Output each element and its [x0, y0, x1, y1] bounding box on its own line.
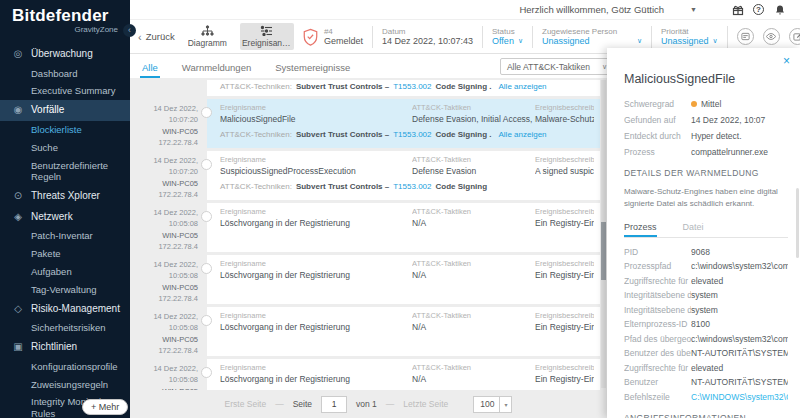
priority-dropdown[interactable]: Priorität Unassigned∨	[661, 27, 718, 46]
page-number-input[interactable]	[321, 396, 347, 413]
sidebar-item-dashboard[interactable]: Dashboard	[0, 65, 130, 83]
row-checkbox[interactable]	[201, 263, 212, 274]
access-rights-field: Zugriffsrechte für ...elevated	[624, 276, 788, 286]
tab-warnmeldungen[interactable]: Warnmeldungen	[180, 62, 253, 78]
sidebar-item-patch-inventar[interactable]: Patch-Inventar	[0, 227, 130, 245]
command-line-link[interactable]: C:\WINDOWS\system32\Compa...	[691, 392, 788, 402]
sidebar-item-risiko-management[interactable]: ◇Risiko-Management	[0, 299, 130, 320]
sidebar-item-blockierliste[interactable]: Blockierliste	[0, 121, 130, 139]
event-card[interactable]: EreignisnameLöschvorgang in der Registri…	[207, 359, 600, 390]
techniques-line: ATT&CK-Techniken:Subvert Trust Controls …	[207, 80, 600, 96]
sidebar-item-vorfaelle[interactable]: ◉Vorfälle	[0, 100, 130, 121]
row-ip: 172.22.78.4	[130, 137, 198, 148]
sidebar-item-ueberwachung[interactable]: ◎Überwachung	[0, 44, 130, 65]
process-path-field: Prozesspfadc:\windows\system32\compattel…	[624, 261, 788, 271]
show-all-link[interactable]: Alle anzeigen	[499, 130, 547, 139]
technique-link[interactable]: T1553.002	[393, 182, 431, 191]
row-ip: 172.22.78.4	[130, 241, 198, 252]
eye-button[interactable]	[763, 28, 780, 45]
event-card[interactable]: EreignisnameSuspiciousSignedProcessExecu…	[207, 151, 600, 200]
more-button[interactable]: + Mehr	[82, 399, 128, 415]
event-name: MaliciousSignedFile	[220, 114, 412, 124]
chevron-down-icon: ∨	[637, 37, 642, 45]
sidebar-item-richtlinien[interactable]: ▣Richtlinien	[0, 337, 130, 358]
dash: —	[386, 399, 395, 409]
edit-button[interactable]	[789, 28, 800, 45]
sidebar-item-benutzerdefinierte-regeln[interactable]: Benutzerdefinierte Regeln	[0, 157, 130, 187]
event-row: 14 Dez 2022, 10:07:20 WIN-PC05 172.22.78…	[130, 151, 600, 200]
sidebar-item-zuweisungsregeln[interactable]: Zuweisungsregeln	[0, 376, 130, 394]
last-page-button[interactable]: Letzte Seite	[403, 399, 448, 409]
row-checkbox[interactable]	[201, 159, 212, 170]
row-checkbox[interactable]	[201, 211, 212, 222]
event-card[interactable]: EreignisnameLöschvorgang in der Registri…	[207, 203, 600, 252]
sidebar-item-netzwerk[interactable]: ◈Netzwerk	[0, 207, 130, 228]
sidebar-item-suche[interactable]: Suche	[0, 139, 130, 157]
sidebar-item-konfigurationsprofile[interactable]: Konfigurationsprofile	[0, 358, 130, 376]
gift-icon[interactable]	[731, 3, 744, 16]
event-name: Löschvorgang in der Registrierung	[220, 374, 412, 384]
notes-button[interactable]	[737, 28, 754, 45]
sidebar-nav: ◎Überwachung Dashboard Executive Summary…	[0, 44, 130, 418]
event-card[interactable]: EreignisnameMaliciousSignedFile ATT&CK-T…	[207, 99, 600, 148]
row-host: WIN-PC05	[130, 230, 198, 241]
sidebar-item-executive-summary[interactable]: Executive Summary	[0, 82, 130, 100]
parent-path-field: Pfad des übergeor...c:\windows\system32\…	[624, 334, 788, 344]
sidebar-item-sicherheitsrisiken[interactable]: Sicherheitsrisiken	[0, 319, 130, 337]
diagram-view-button[interactable]: Diagramm	[183, 23, 232, 50]
event-name: Löschvorgang in der Registrierung	[220, 270, 412, 280]
event-description: Ein Registry-Eintrag wurde...	[535, 218, 594, 228]
threats-icon: ⊙	[12, 190, 24, 203]
tab-alle[interactable]: Alle	[140, 62, 160, 78]
row-checkbox[interactable]	[201, 107, 212, 118]
assignee-dropdown[interactable]: Zugewiesene Person Unassigned∨	[542, 27, 642, 46]
row-ip: 172.22.78.4	[130, 189, 198, 200]
reported-count: #4	[324, 27, 363, 36]
close-icon[interactable]: ×	[783, 54, 790, 68]
row-meta: 14 Dez 2022, 10:07:20 WIN-PC05 172.22.78…	[130, 99, 204, 148]
row-meta: 14 Dez 2022, 10:05:08 WIN-PC05 172.22.78…	[130, 359, 204, 390]
divider	[482, 26, 483, 48]
tab-prozess[interactable]: Prozess	[624, 222, 657, 237]
event-card[interactable]: EreignisnameLöschvorgang in der Registri…	[207, 307, 600, 356]
chevron-down-icon: ▾	[499, 397, 511, 412]
parent-pid-field: Elternprozess-ID8100	[624, 319, 788, 329]
first-page-button[interactable]: Erste Seite	[225, 399, 267, 409]
risk-icon: ◇	[12, 303, 24, 316]
sidebar-item-pakete[interactable]: Pakete	[0, 245, 130, 263]
scrollbar-thumb[interactable]	[601, 222, 606, 280]
back-button[interactable]: ‹ Zurück	[138, 31, 175, 43]
event-row: 14 Dez 2022, 10:07:20 WIN-PC05 172.22.78…	[130, 99, 600, 148]
details-text: Malware-Schutz-Engines haben eine digita…	[624, 186, 788, 211]
sidebar-collapse-button[interactable]: ‹	[123, 24, 136, 37]
help-icon[interactable]: ?	[752, 3, 765, 16]
sidebar-item-threats-xplorer[interactable]: ⊙Threats Xplorer	[0, 186, 130, 207]
sidebar-item-tag-verwaltung[interactable]: Tag-Verwaltung	[0, 281, 130, 299]
panel-scrollbar[interactable]	[796, 188, 799, 258]
network-icon: ◈	[12, 211, 24, 224]
pagination: Erste Seite — Seite von 1 — Letzte Seite…	[130, 390, 607, 418]
event-description: Ein Registry-Eintrag wurde...	[535, 270, 594, 280]
event-card[interactable]: EreignisnameLöschvorgang in der Registri…	[207, 255, 600, 304]
row-checkbox[interactable]	[201, 367, 212, 378]
bell-icon[interactable]	[773, 3, 786, 16]
sidebar-item-aufgaben[interactable]: Aufgaben	[0, 263, 130, 281]
attack-tactics-filter[interactable]: Alle ATT&CK-Taktiken ∨	[500, 58, 614, 75]
technique-link[interactable]: T1553.002	[393, 82, 431, 91]
show-all-link[interactable]: Alle anzeigen	[499, 82, 547, 91]
list-scrollbar[interactable]	[601, 80, 606, 388]
tab-systemereignisse[interactable]: Systemereignisse	[273, 62, 352, 78]
alert-title: MaliciousSignedFile	[624, 72, 788, 86]
event-view-button[interactable]: Ereignisanzeige	[240, 23, 294, 50]
divider	[532, 26, 533, 48]
severity-dot	[691, 101, 697, 107]
row-date: 14 Dez 2022, 10:05:08	[130, 363, 198, 386]
parent-user-field: Benutzer des über...NT-AUTORITÄT\SYSTEM	[624, 348, 788, 358]
page-size-select[interactable]: 100 ▾	[473, 396, 512, 413]
technique-link[interactable]: T1553.002	[393, 130, 431, 139]
user-field: BenutzerNT-AUTORITÄT\SYSTEM	[624, 377, 788, 387]
row-checkbox[interactable]	[201, 315, 212, 326]
tab-datei[interactable]: Datei	[683, 222, 704, 237]
status-dropdown[interactable]: Status Offen∨	[492, 27, 523, 46]
user-menu[interactable]: Herzlich willkommen, Götz Güttich ▼	[519, 4, 697, 15]
